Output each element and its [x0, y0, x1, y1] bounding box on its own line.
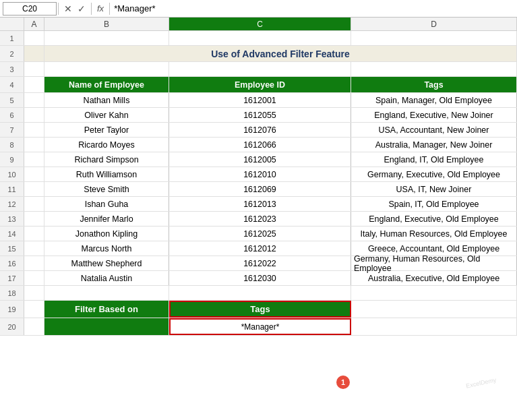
cell-d9[interactable]: England, IT, Old Employee [351, 152, 517, 167]
filter-label-cell[interactable]: Filter Based on [44, 301, 169, 318]
cell-a2[interactable] [24, 46, 44, 61]
cell-a10[interactable] [24, 167, 44, 181]
col-header-c[interactable]: C [169, 18, 351, 30]
cell-c4[interactable]: Employee ID [169, 77, 351, 92]
cell-d3[interactable] [351, 62, 517, 76]
cell-b5[interactable]: Nathan Mills [44, 93, 169, 107]
cell-a16[interactable] [24, 256, 44, 270]
cell-c14[interactable]: 1612025 [169, 227, 351, 241]
cell-b9[interactable]: Richard Simpson [44, 152, 169, 167]
cell-a17[interactable] [24, 271, 44, 285]
row-number: 15 [0, 241, 24, 256]
table-row: 10 Ruth Williamson 1612010 Germany, Exec… [0, 167, 517, 182]
cell-a14[interactable] [24, 227, 44, 241]
cell-d17[interactable]: Australia, Executive, Old Employee [351, 271, 517, 285]
cell-b3[interactable] [44, 62, 169, 76]
formula-input[interactable] [111, 0, 514, 17]
cancel-icon[interactable]: ✕ [63, 3, 73, 14]
cell-reference-box[interactable]: C20 [3, 2, 57, 16]
cell-c12[interactable]: 1612013 [169, 197, 351, 211]
cell-a6[interactable] [24, 108, 44, 122]
cell-b4[interactable]: Name of Employee [44, 77, 169, 92]
cell-c15[interactable]: 1612012 [169, 241, 351, 256]
confirm-icon[interactable]: ✓ [76, 3, 87, 14]
cell-a8[interactable] [24, 138, 44, 152]
cell-c11[interactable]: 1612069 [169, 182, 351, 196]
cell-c7[interactable]: 1612076 [169, 123, 351, 137]
cell-a9[interactable] [24, 152, 44, 167]
cell-a1[interactable] [24, 31, 44, 45]
cell-d20[interactable] [351, 318, 517, 335]
table-row: 8 Ricardo Moyes 1612066 Australia, Manag… [0, 138, 517, 152]
cell-b18[interactable] [44, 286, 169, 300]
cell-a4[interactable] [24, 77, 44, 92]
cell-a3[interactable] [24, 62, 44, 76]
cell-b10[interactable]: Ruth Williamson [44, 167, 169, 181]
cell-d12[interactable]: Spain, IT, Old Employee [351, 197, 517, 211]
cell-b17[interactable]: Natalia Austin [44, 271, 169, 285]
filter-value-cell[interactable]: *Manager* [169, 318, 351, 335]
col-header-a[interactable]: A [24, 18, 44, 30]
cell-a15[interactable] [24, 241, 44, 256]
table-row: 1 [0, 31, 517, 46]
cell-b1[interactable] [44, 31, 169, 45]
cell-a18[interactable] [24, 286, 44, 300]
cell-d7[interactable]: USA, Accountant, New Joiner [351, 123, 517, 137]
row-number: 14 [0, 227, 24, 241]
cell-a11[interactable] [24, 182, 44, 196]
cell-b12[interactable]: Ishan Guha [44, 197, 169, 211]
cell-d13[interactable]: England, Executive, Old Employee [351, 212, 517, 226]
table-row: 16 Matthew Shepherd 1612022 Germany, Hum… [0, 256, 517, 271]
cell-a19[interactable] [24, 301, 44, 318]
cell-b7[interactable]: Peter Taylor [44, 123, 169, 137]
cell-d19[interactable] [351, 301, 517, 318]
cell-d5[interactable]: Spain, Manager, Old Employee [351, 93, 517, 107]
cell-b20[interactable] [44, 318, 169, 335]
cell-c10[interactable]: 1612010 [169, 167, 351, 181]
cell-a13[interactable] [24, 212, 44, 226]
cell-c17[interactable]: 1612030 [169, 271, 351, 285]
cell-d4[interactable]: Tags [351, 77, 517, 92]
cell-a5[interactable] [24, 93, 44, 107]
cell-b2[interactable]: Use of Advanced Filter Feature [44, 46, 517, 61]
formula-separator2 [91, 3, 92, 15]
cell-c1[interactable] [169, 31, 351, 45]
cell-c18[interactable] [169, 286, 351, 300]
cell-b6[interactable]: Oliver Kahn [44, 108, 169, 122]
row-number: 4 [0, 77, 24, 92]
table-row: 17 Natalia Austin 1612030 Australia, Exe… [0, 271, 517, 286]
cell-b13[interactable]: Jennifer Marlo [44, 212, 169, 226]
cell-d1[interactable] [351, 31, 517, 45]
formula-separator [58, 3, 59, 15]
cell-d14[interactable]: Italy, Human Resources, Old Employee [351, 227, 517, 241]
cell-c3[interactable] [169, 62, 351, 76]
row-number: 19 [0, 301, 24, 318]
filter-tags-header-cell[interactable]: Tags [169, 301, 351, 318]
cell-d18[interactable] [351, 286, 517, 300]
cell-a20[interactable] [24, 318, 44, 335]
cell-b16[interactable]: Matthew Shepherd [44, 256, 169, 270]
cell-d8[interactable]: Australia, Manager, New Joiner [351, 138, 517, 152]
cell-d6[interactable]: England, Executive, New Joiner [351, 108, 517, 122]
col-header-d[interactable]: D [351, 18, 517, 30]
cell-d16[interactable]: Germany, Human Resources, Old Employee [351, 256, 517, 270]
column-headers: A B C D [0, 18, 517, 31]
cell-c16[interactable]: 1612022 [169, 256, 351, 270]
cell-c13[interactable]: 1612023 [169, 212, 351, 226]
cell-c6[interactable]: 1612055 [169, 108, 351, 122]
cell-a12[interactable] [24, 197, 44, 211]
col-header-b[interactable]: B [44, 18, 169, 30]
spreadsheet: A B C D 1 2 Use of Advanced Filter Featu… [0, 18, 517, 420]
cell-b15[interactable]: Marcus North [44, 241, 169, 256]
cell-d10[interactable]: Germany, Executive, Old Employee [351, 167, 517, 181]
cell-b8[interactable]: Ricardo Moyes [44, 138, 169, 152]
cell-d11[interactable]: USA, IT, New Joiner [351, 182, 517, 196]
cell-b11[interactable]: Steve Smith [44, 182, 169, 196]
row-number: 10 [0, 167, 24, 181]
cell-c5[interactable]: 1612001 [169, 93, 351, 107]
cell-c8[interactable]: 1612066 [169, 138, 351, 152]
cell-a7[interactable] [24, 123, 44, 137]
table-row: 3 [0, 62, 517, 77]
cell-b14[interactable]: Jonathon Kipling [44, 227, 169, 241]
cell-c9[interactable]: 1612005 [169, 152, 351, 167]
